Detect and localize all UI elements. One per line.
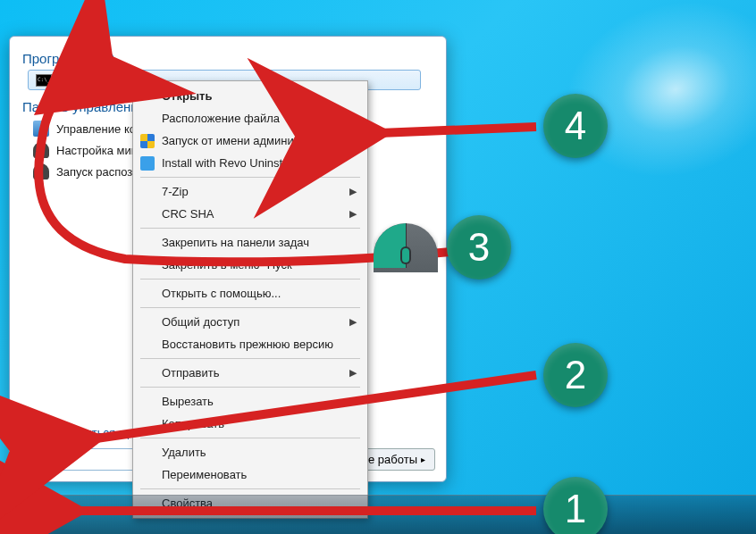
ctx-run-as-admin[interactable]: Запуск от имени администратора (135, 129, 365, 152)
ctx-label: Копировать (162, 417, 224, 430)
submenu-arrow-icon: ▶ (349, 186, 357, 197)
ctx-send-to[interactable]: Отправить▶ (135, 362, 365, 384)
ctx-label: Удалить (162, 446, 206, 459)
search-icon (21, 427, 33, 439)
ctx-pin-taskbar[interactable]: Закрепить на панели задач (135, 231, 365, 254)
ctx-label: Открыть (162, 89, 212, 103)
programs-heading: Программы (1) (22, 51, 433, 66)
cmd-icon (36, 74, 52, 87)
ctx-label: Отправить (162, 366, 219, 380)
ctx-separator (140, 358, 360, 359)
ctx-open-with[interactable]: Открыть с помощью... (135, 282, 365, 305)
badge-number: 3 (468, 225, 490, 270)
context-menu: Открыть Расположение файла Запуск от име… (132, 80, 368, 519)
ctx-share[interactable]: Общий доступ▶ (135, 311, 365, 333)
ctx-cut[interactable]: Вырезать (135, 390, 365, 413)
ctx-7zip[interactable]: 7-Zip▶ (135, 180, 365, 203)
shield-icon (140, 134, 155, 148)
ctx-delete[interactable]: Удалить (135, 441, 365, 463)
microphone-icon (33, 142, 49, 158)
ctx-restore[interactable]: Восстановить прежнюю версию (135, 333, 365, 355)
chevron-right-icon: ▸ (421, 455, 425, 464)
submenu-arrow-icon: ▶ (349, 316, 357, 328)
start-button[interactable] (5, 496, 41, 532)
ctx-label: Закрепить в меню "Пуск" (162, 258, 296, 271)
badge-number: 4 (565, 104, 586, 148)
revo-icon (140, 156, 155, 171)
ctx-label: Запуск от имени администратора (162, 134, 342, 147)
ctx-rename[interactable]: Переименовать (135, 463, 365, 486)
ctx-copy[interactable]: Копировать (135, 413, 365, 435)
annotation-badge-2: 2 (543, 343, 608, 407)
ctx-separator (140, 177, 360, 178)
ctx-label: Install with Revo Uninstaller Pro (162, 156, 326, 170)
ctx-crc[interactable]: CRC SHA▶ (135, 203, 365, 225)
badge-number: 1 (565, 487, 586, 531)
ctx-separator (140, 488, 360, 489)
annotation-badge-1: 1 (543, 477, 608, 534)
taskbar (0, 495, 756, 534)
ctx-open-location[interactable]: Расположение файла (135, 107, 365, 129)
ctx-separator (140, 279, 360, 280)
ctx-pin-start[interactable]: Закрепить в меню "Пуск" (135, 254, 365, 276)
ctx-open[interactable]: Открыть (135, 85, 365, 107)
ctx-label: Расположение файла (162, 112, 280, 125)
ctx-label: 7-Zip (162, 185, 189, 198)
ctx-label: Переименовать (162, 468, 247, 481)
ctx-label: Закрепить на панели задач (162, 236, 309, 249)
ctx-label: Открыть с помощью... (162, 287, 281, 300)
ctx-label: Вырезать (162, 395, 214, 408)
search-input[interactable] (21, 448, 137, 471)
ctx-separator (140, 387, 360, 388)
ctx-separator (140, 307, 360, 308)
ctx-separator (140, 438, 360, 438)
mouse-rightclick-icon (374, 223, 438, 272)
ctx-label: Общий доступ (162, 315, 239, 329)
submenu-arrow-icon: ▶ (349, 208, 357, 220)
monitor-icon (33, 121, 49, 137)
microphone-icon (33, 163, 49, 179)
annotation-badge-4: 4 (543, 94, 608, 158)
annotation-badge-3: 3 (447, 215, 511, 280)
badge-number: 2 (565, 353, 586, 397)
ctx-separator (140, 228, 360, 229)
ctx-label: CRC SHA (162, 207, 214, 221)
ctx-label: Восстановить прежнюю версию (162, 338, 333, 351)
ctx-revo[interactable]: Install with Revo Uninstaller Pro (135, 152, 365, 174)
submenu-arrow-icon: ▶ (349, 367, 357, 379)
